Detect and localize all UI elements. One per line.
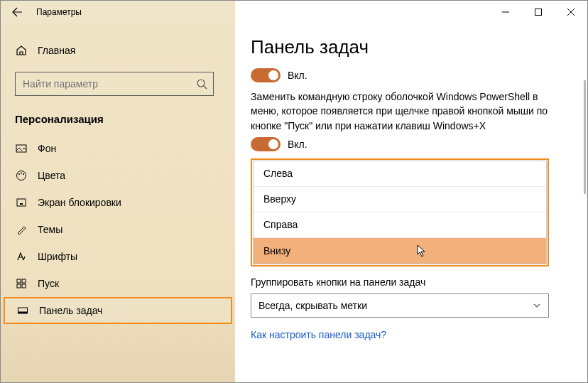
- picture-icon: [15, 142, 28, 155]
- arrow-left-icon: [11, 6, 23, 18]
- group-buttons-combo[interactable]: Всегда, скрывать метки: [251, 293, 549, 318]
- dropdown-option-label: Справа: [263, 219, 298, 230]
- lockscreen-icon: [15, 196, 28, 209]
- home-icon: [15, 44, 28, 57]
- search-field[interactable]: [21, 77, 196, 90]
- sidebar-item-label: Темы: [38, 224, 62, 235]
- combo-value: Всегда, скрывать метки: [258, 300, 367, 311]
- dropdown-option-label: Вверху: [263, 193, 296, 205]
- svg-rect-9: [17, 279, 21, 283]
- scrollbar[interactable]: [584, 80, 586, 194]
- svg-point-3: [17, 171, 26, 180]
- sidebar-item-themes[interactable]: Темы: [1, 216, 235, 243]
- minimize-button[interactable]: [489, 1, 522, 23]
- svg-rect-7: [17, 199, 26, 206]
- svg-rect-10: [22, 279, 26, 283]
- svg-point-6: [23, 173, 24, 175]
- taskbar-position-dropdown[interactable]: Слева Вверху Справа Внизу: [251, 158, 549, 266]
- sidebar-item-background[interactable]: Фон: [1, 135, 235, 162]
- toggle-1-label: Вкл.: [288, 70, 307, 81]
- cursor-icon: [417, 244, 427, 257]
- toggle-2-label: Вкл.: [288, 139, 307, 150]
- sidebar-item-colors[interactable]: Цвета: [1, 162, 235, 189]
- sidebar-item-start[interactable]: Пуск: [1, 270, 235, 297]
- search-icon: [196, 78, 207, 90]
- maximize-icon: [535, 9, 542, 16]
- toggle-1[interactable]: [251, 68, 281, 82]
- sidebar-item-label: Пуск: [38, 278, 59, 289]
- sidebar-item-label: Экран блокировки: [38, 197, 121, 208]
- dropdown-option-label: Слева: [263, 168, 293, 179]
- back-button[interactable]: [1, 1, 33, 23]
- home-label: Главная: [38, 45, 75, 56]
- sidebar-item-fonts[interactable]: Шрифты: [1, 243, 235, 270]
- taskbar-icon: [16, 304, 29, 317]
- dropdown-option-bottom[interactable]: Внизу: [254, 238, 546, 264]
- svg-point-4: [18, 173, 20, 175]
- sidebar-item-label: Панель задач: [39, 305, 102, 316]
- dropdown-option-right[interactable]: Справа: [254, 212, 546, 238]
- toggle-2[interactable]: [251, 137, 281, 151]
- powershell-desc: Заменить командную строку оболочкой Wind…: [251, 90, 563, 133]
- sidebar-item-label: Фон: [38, 143, 56, 154]
- close-icon: [567, 9, 575, 16]
- titlebar: Параметры: [1, 1, 587, 23]
- minimize-icon: [502, 9, 509, 16]
- sidebar: Главная Персонализация Фон Цвета Экран б…: [1, 23, 235, 382]
- brush-icon: [15, 223, 28, 236]
- sidebar-item-label: Шрифты: [38, 251, 77, 262]
- svg-rect-12: [22, 284, 26, 288]
- svg-rect-8: [20, 203, 23, 205]
- svg-rect-0: [535, 9, 542, 16]
- palette-icon: [15, 169, 28, 182]
- content-area: Панель задач Вкл. Заменить командную стр…: [235, 23, 587, 382]
- close-button[interactable]: [555, 1, 587, 23]
- group-buttons-label: Группировать кнопки на панели задач: [251, 276, 572, 288]
- help-link[interactable]: Как настроить панели задач?: [251, 329, 386, 340]
- search-input[interactable]: [15, 72, 214, 96]
- sidebar-item-lockscreen[interactable]: Экран блокировки: [1, 189, 235, 216]
- sidebar-item-label: Цвета: [38, 170, 65, 181]
- chevron-down-icon: [533, 301, 541, 310]
- svg-rect-14: [18, 312, 28, 314]
- maximize-button[interactable]: [522, 1, 555, 23]
- window-title: Параметры: [33, 7, 82, 17]
- category-title: Персонализация: [1, 113, 235, 125]
- sidebar-item-taskbar[interactable]: Панель задач: [4, 297, 232, 324]
- dropdown-option-label: Внизу: [263, 245, 290, 257]
- start-icon: [15, 277, 28, 290]
- dropdown-option-left[interactable]: Слева: [254, 161, 546, 187]
- svg-point-5: [21, 173, 22, 174]
- dropdown-option-top[interactable]: Вверху: [254, 187, 546, 212]
- svg-rect-11: [17, 284, 21, 288]
- fonts-icon: [15, 250, 28, 263]
- page-title: Панель задач: [251, 36, 572, 58]
- home-link[interactable]: Главная: [1, 38, 235, 63]
- svg-point-1: [197, 80, 205, 87]
